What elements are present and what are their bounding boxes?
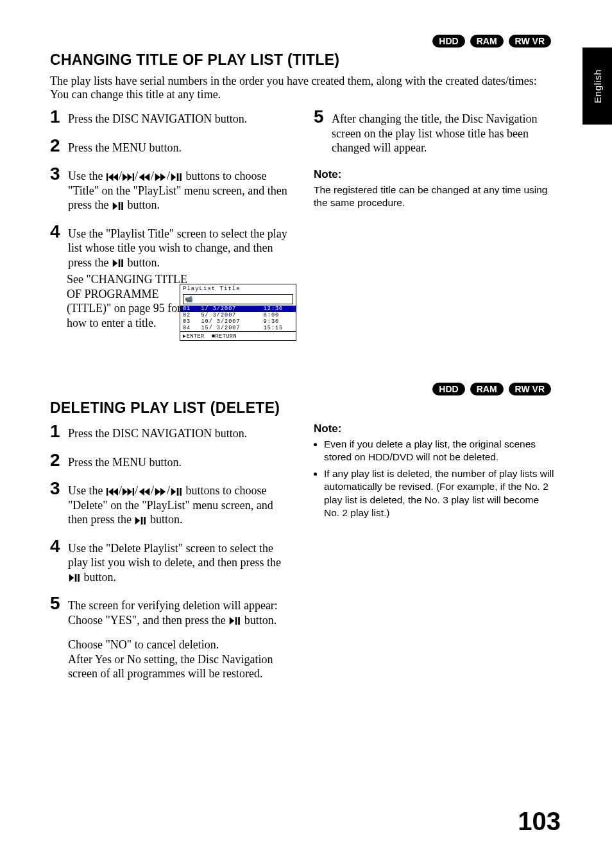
shot-title: PlayList Title <box>180 284 296 293</box>
play-pause-icon <box>171 488 182 496</box>
step-number: 5 <box>50 595 68 627</box>
step-number: 2 <box>50 451 68 470</box>
fast-forward-icon <box>155 488 166 496</box>
sec1-step-5: 5 After changing the title, the Disc Nav… <box>314 108 557 155</box>
fast-forward-icon <box>155 173 166 181</box>
play-pause-icon <box>112 202 124 210</box>
format-badges-1: HDD RAM RW VR <box>432 35 551 48</box>
skip-prev-icon <box>106 488 118 496</box>
note-item: Even if you delete a play list, the orig… <box>324 438 557 464</box>
table-row: 0310/ 3/2007 9:30 <box>180 318 296 325</box>
shot-input-field: 📹 <box>183 294 293 304</box>
play-pause-icon <box>112 259 124 267</box>
sec1-left-col: 1 Press the DISC NAVIGATION button. 2 Pr… <box>50 108 293 280</box>
step-number: 1 <box>50 108 68 126</box>
see-reference: See "CHANGING TITLE OF PROGRAMME (TITLE)… <box>67 272 195 330</box>
language-tab: English <box>582 48 612 125</box>
play-pause-icon <box>135 517 146 525</box>
step-text: The screen for verifying deletion will a… <box>68 595 293 627</box>
sec2-right-col: Note: Even if you delete a play list, th… <box>314 422 557 681</box>
step-text: After changing the title, the Disc Navig… <box>332 108 557 155</box>
sec1-step-3: 3 Use the //// buttons to choose "Title"… <box>50 165 293 213</box>
sec2-left-col: 1 Press the DISC NAVIGATION button. 2 Pr… <box>50 422 293 681</box>
play-pause-icon <box>171 173 182 181</box>
section1-title: CHANGING TITLE OF PLAY LIST (TITLE) <box>50 51 339 69</box>
language-label: English <box>592 69 603 103</box>
rewind-icon <box>139 173 150 181</box>
badge-rwvr: RW VR <box>509 35 551 48</box>
skip-next-icon <box>123 488 134 496</box>
badge-hdd: HDD <box>432 383 464 395</box>
step-number: 1 <box>50 422 68 441</box>
skip-prev-icon <box>106 173 118 181</box>
page-number: 103 <box>518 807 561 836</box>
sec2-step-5: 5 The screen for verifying deletion will… <box>50 595 293 627</box>
badge-ram: RAM <box>470 35 504 48</box>
note-body: Even if you delete a play list, the orig… <box>314 438 557 519</box>
sec2-extra: Choose "NO" to cancel deletion. After Ye… <box>50 638 293 681</box>
note-item: If any play list is deleted, the number … <box>324 467 557 519</box>
step-text: Use the //// buttons to choose "Delete" … <box>68 480 293 527</box>
section1-intro: The play lists have serial numbers in th… <box>50 74 557 101</box>
camcorder-icon: 📹 <box>183 295 194 303</box>
step-number: 4 <box>50 537 68 585</box>
step-text: Press the DISC NAVIGATION button. <box>68 108 247 126</box>
badge-rwvr: RW VR <box>509 383 551 395</box>
section2-title: DELETING PLAY LIST (DELETE) <box>50 399 280 417</box>
table-row: 01 1/ 3/200712:30 <box>180 306 296 312</box>
step-text: Press the MENU button. <box>68 137 182 155</box>
format-badges-2: HDD RAM RW VR <box>432 383 551 395</box>
rewind-icon <box>139 488 150 496</box>
step-text: Use the //// buttons to choose "Title" o… <box>68 165 293 213</box>
sec2-step-3: 3 Use the //// buttons to choose "Delete… <box>50 480 293 527</box>
sec1-step-4: 4 Use the "Playlist Title" screen to sel… <box>50 223 293 270</box>
shot-table: 01 1/ 3/200712:30 02 5/ 3/2007 8:00 0310… <box>180 306 296 331</box>
step-number: 3 <box>50 165 68 213</box>
sec1-step-2: 2 Press the MENU button. <box>50 137 293 155</box>
note-heading: Note: <box>314 422 557 435</box>
play-pause-icon <box>69 574 80 582</box>
badge-ram: RAM <box>470 383 504 395</box>
step-number: 2 <box>50 137 68 155</box>
table-row: 0415/ 3/200715:15 <box>180 325 296 331</box>
note-heading: Note: <box>314 168 557 181</box>
step-number: 3 <box>50 480 68 527</box>
step-number: 5 <box>314 108 332 155</box>
step-text: Use the "Playlist Title" screen to selec… <box>68 223 293 270</box>
table-row: 02 5/ 3/2007 8:00 <box>180 312 296 318</box>
playlist-title-screenshot: PlayList Title 📹 01 1/ 3/200712:30 02 5/… <box>180 284 296 341</box>
skip-next-icon <box>123 173 134 181</box>
step-text: Use the "Delete Playlist" screen to sele… <box>68 537 293 585</box>
badge-hdd: HDD <box>432 35 464 48</box>
step-number: 4 <box>50 223 68 270</box>
sec1-step-1: 1 Press the DISC NAVIGATION button. <box>50 108 293 126</box>
play-pause-icon <box>229 617 241 625</box>
step-text: Press the MENU button. <box>68 451 182 470</box>
step-text: Press the DISC NAVIGATION button. <box>68 422 247 441</box>
sec2-step-4: 4 Use the "Delete Playlist" screen to se… <box>50 537 293 585</box>
shot-footer: ▶ENTER ■RETURN <box>180 331 296 340</box>
sec1-right-col: 5 After changing the title, the Disc Nav… <box>314 108 557 280</box>
note-body: The registered title can be changed at a… <box>314 184 557 209</box>
sec2-step-1: 1 Press the DISC NAVIGATION button. <box>50 422 293 441</box>
sec2-step-2: 2 Press the MENU button. <box>50 451 293 470</box>
